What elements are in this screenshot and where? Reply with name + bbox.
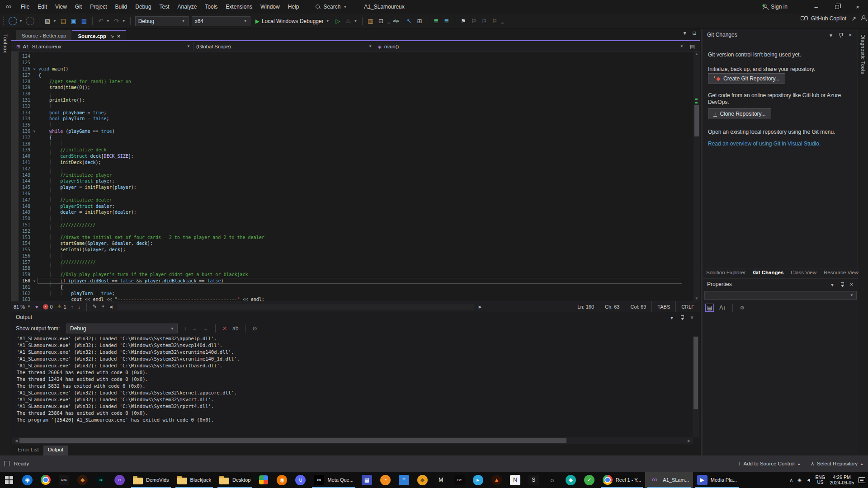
menu-tools[interactable]: Tools <box>201 2 222 12</box>
sign-in-button[interactable]: Sign in <box>763 4 788 10</box>
taskbar-item[interactable]: EPIC <box>55 472 73 488</box>
code-line-138[interactable]: 138 <box>11 141 689 147</box>
dropdown-arrow-icon[interactable]: ▼ <box>19 19 23 23</box>
line-indicator[interactable]: Ln: 160 <box>572 304 599 310</box>
taskbar-item[interactable]: S <box>524 472 543 488</box>
open-file-icon[interactable]: ▤ <box>60 17 67 26</box>
output-horizontal-scrollbar[interactable]: ◀ ▶ <box>12 437 693 444</box>
dropdown-arrow-icon[interactable]: ▼ <box>354 19 358 23</box>
taskbar-item[interactable]: ▲ <box>487 472 506 488</box>
scrollbar-thumb[interactable] <box>694 105 699 136</box>
scrollbar-thumb[interactable] <box>19 438 566 443</box>
scrollbar-thumb[interactable] <box>693 337 698 409</box>
code-line-142[interactable]: 142 <box>11 165 689 172</box>
code-line-128[interactable]: 128 //get seed for rand() later on <box>11 78 689 84</box>
restore-button[interactable] <box>826 0 847 14</box>
code-editor[interactable]: 124125126∨void main()127{128 //get seed … <box>11 52 700 301</box>
code-line-163[interactable]: 163 cout << endl << "-------------------… <box>11 296 689 301</box>
toolbox-side-tab[interactable]: Toolbox <box>0 29 11 455</box>
select-tool-icon[interactable]: ↖ <box>406 17 413 26</box>
taskbar-item[interactable]: ◉ <box>273 472 291 488</box>
taskbar-item-desktop[interactable]: Desktop <box>215 472 255 488</box>
prev-bookmark-icon[interactable]: ⚐ <box>470 17 477 26</box>
taskbar-item[interactable]: M <box>432 472 450 488</box>
git-overview-link[interactable]: Read an overview of using Git in Visual … <box>703 141 826 147</box>
properties-window-icon[interactable]: ⊡ <box>377 17 385 26</box>
find-message-icon[interactable]: ↓ <box>184 325 187 332</box>
spell-check-icon[interactable]: abc <box>393 18 402 23</box>
panel-options-icon[interactable]: ▼ <box>670 315 674 320</box>
solution-explorer-icon[interactable]: ▥ <box>367 17 374 26</box>
code-line-162[interactable]: 162 playTurn = true; <box>11 290 689 296</box>
code-cleanup-dropdown-icon[interactable]: ▼ <box>101 305 105 309</box>
bottom-tab-output[interactable]: Output <box>43 446 68 455</box>
taskbar-item[interactable] <box>0 472 18 488</box>
menu-window[interactable]: Window <box>256 2 284 12</box>
tab-source-cpp[interactable]: Source.cpp⊤× <box>72 30 125 41</box>
close-icon[interactable]: × <box>849 32 852 38</box>
nav-forward-icon[interactable]: → <box>26 17 34 25</box>
share-icon[interactable]: ↗ <box>851 15 856 22</box>
menu-analyze[interactable]: Analyze <box>174 2 201 12</box>
output-source-dropdown[interactable]: Debug ▼ <box>66 324 178 333</box>
tab-source-better-cpp[interactable]: Source - Better.cpp <box>16 30 71 41</box>
scope-dropdown[interactable]: (Global Scope) ▼ <box>193 42 375 51</box>
hscroll-right-icon[interactable]: ▶ <box>686 439 692 443</box>
hot-reload-icon[interactable]: ♨ <box>345 17 352 26</box>
code-line-157[interactable]: 157 ///////////// <box>11 259 689 265</box>
code-line-140[interactable]: 140 cardStruct deck[DECK_SIZE]; <box>11 153 689 160</box>
code-line-158[interactable]: 158 <box>11 265 689 272</box>
configuration-dropdown[interactable]: Debug▼ <box>135 16 189 26</box>
project-dropdown[interactable]: ⊞A1_SLamoureux ▼ <box>14 42 193 51</box>
code-line-160[interactable]: 160∨ if (player.didBust == false && play… <box>11 278 689 284</box>
taskbar-item[interactable]: ◆ <box>73 472 92 488</box>
menu-debug[interactable]: Debug <box>131 2 155 12</box>
code-line-137[interactable]: 137 { <box>11 134 689 141</box>
column-indicator[interactable]: Col: 69 <box>625 304 651 310</box>
menu-file[interactable]: File <box>17 2 33 12</box>
property-pages-icon[interactable]: ⚙ <box>738 304 746 311</box>
action-center-icon[interactable] <box>859 477 865 483</box>
timestamp-icon[interactable]: ⊙ <box>252 325 257 332</box>
panel-tab-class-view[interactable]: Class View <box>787 268 820 278</box>
tray-network-icon[interactable]: ◈ <box>797 477 801 483</box>
categorized-icon[interactable]: ▤ <box>705 304 714 312</box>
close-button[interactable]: × <box>847 0 868 14</box>
taskbar-item[interactable]: Bē <box>450 472 469 488</box>
code-line-127[interactable]: 127{ <box>11 72 689 78</box>
code-line-141[interactable]: 141 initDeck(deck); <box>11 160 689 166</box>
dropdown-arrow-icon[interactable]: ▼ <box>122 19 126 23</box>
code-line-143[interactable]: 143 //initialize player <box>11 172 689 178</box>
taskbar-item-demovids[interactable]: DemoVids <box>129 472 173 488</box>
code-line-135[interactable]: 135 <box>11 122 689 128</box>
code-line-154[interactable]: 154 startGame(&player, &dealer, deck); <box>11 240 689 247</box>
taskbar-item[interactable]: ≈ <box>92 472 110 488</box>
taskbar-item[interactable]: ◆ <box>561 472 580 488</box>
menu-help[interactable]: Help <box>284 2 303 12</box>
panel-tab-resource-view[interactable]: Resource View <box>820 268 862 278</box>
menu-git[interactable]: Git <box>71 2 86 12</box>
undo-icon[interactable]: ↶ <box>97 17 104 26</box>
fold-collapse-icon[interactable]: ∨ <box>30 279 38 283</box>
zoom-dropdown[interactable]: 81 %▼ <box>14 304 31 310</box>
float-window-icon[interactable]: ⊡ <box>693 31 696 36</box>
panel-tab-git-changes[interactable]: Git Changes <box>750 268 788 278</box>
nav-back-icon[interactable]: ← <box>9 17 17 25</box>
taskbar-item[interactable]: ◆ <box>413 472 432 488</box>
panel-tab-solution-explorer[interactable]: Solution Explorer <box>703 268 750 278</box>
taskbar-item-meta-que-[interactable]: ∞Meta Que... <box>310 472 357 488</box>
prev-issue-icon[interactable]: ↑ <box>71 304 74 310</box>
hscroll-left-icon[interactable]: ◀ <box>13 439 19 443</box>
live-share-icon[interactable] <box>861 15 866 20</box>
code-line-161[interactable]: 161 { <box>11 284 689 290</box>
github-copilot-button[interactable]: GitHub Copilot <box>801 15 846 22</box>
code-line-159[interactable]: 159 //Only play player's turn if the pla… <box>11 272 689 278</box>
taskbar-item[interactable]: ◔ <box>376 472 395 488</box>
fold-collapse-icon[interactable]: ∨ <box>30 129 38 133</box>
alphabetical-sort-icon[interactable]: A↓ <box>718 304 727 311</box>
next-issue-icon[interactable]: ↓ <box>78 304 80 310</box>
output-vertical-scrollbar[interactable] <box>693 336 699 437</box>
close-icon[interactable]: × <box>690 314 693 321</box>
menu-test[interactable]: Test <box>156 2 174 12</box>
close-icon[interactable]: × <box>850 282 853 288</box>
